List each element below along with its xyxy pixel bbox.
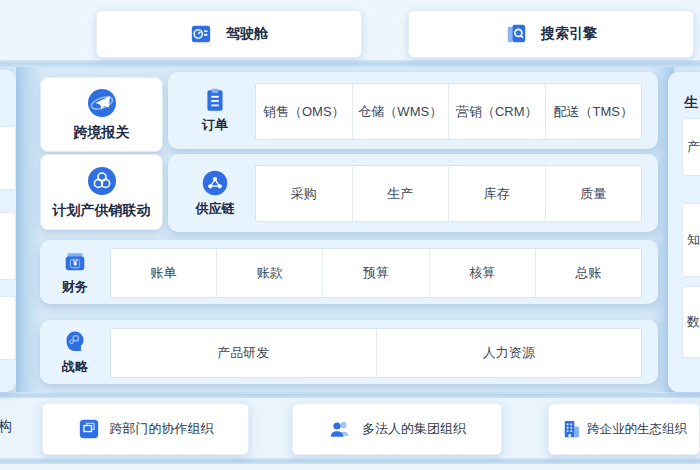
group-org-label: 多法人的集团组织: [362, 420, 466, 438]
module-cell: 仓储（WMS）: [353, 84, 450, 139]
finance-group-label: 财务: [62, 278, 88, 296]
right-cutoff-panel: 生 产 知 数: [668, 72, 700, 392]
customs-card: 跨境报关: [40, 77, 163, 152]
module-cell: 预算: [323, 249, 429, 297]
architecture-diagram: 构 驾驶舱 搜索引擎 跨境报关: [0, 0, 700, 470]
module-cell: 配送（TMS）: [546, 84, 642, 139]
supply-row-panel: 供应链 采购 生产 库存 质量: [168, 154, 658, 232]
left-cutoff-box: [0, 296, 16, 360]
plan-linkage-icon: [86, 165, 118, 197]
module-cell: 采购: [256, 166, 353, 221]
eco-org-label: 跨企业的生态组织: [587, 421, 687, 438]
finance-group: ¥ 财务: [44, 240, 106, 304]
plan-linkage-label: 计划产供销联动: [53, 202, 151, 220]
right-cutoff-box: 知: [682, 203, 700, 277]
module-cell: 营销（CRM）: [449, 84, 546, 139]
search-engine-card: 搜索引擎: [408, 10, 694, 58]
left-cutoff-box: [0, 212, 16, 280]
right-cutoff-title: 生: [684, 94, 698, 112]
order-row-panel: 订单 销售（OMS） 仓储（WMS） 营销（CRM） 配送（TMS）: [168, 72, 658, 149]
order-group-label: 订单: [202, 116, 228, 134]
module-cell: 人力资源: [377, 329, 642, 377]
supply-network-icon: [201, 169, 229, 197]
right-cutoff-box: 产: [682, 118, 700, 176]
module-cell: 账单: [111, 249, 217, 297]
divider-band-top: [0, 60, 700, 67]
module-cell: 生产: [353, 166, 450, 221]
strategy-row-panel: 战略 产品研发 人力资源: [40, 320, 658, 384]
dept-collab-label: 跨部门的协作组织: [110, 420, 214, 438]
finance-row-panel: ¥ 财务 账单 账款 预算 核算 总账: [40, 240, 658, 304]
group-people-icon: [328, 418, 352, 440]
supply-group-label: 供应链: [196, 200, 235, 218]
module-cell: 核算: [430, 249, 536, 297]
search-engine-icon: [505, 23, 527, 45]
dashboard-card: 驾驶舱: [96, 10, 362, 58]
module-cell: 质量: [546, 166, 642, 221]
eco-building-icon: [561, 419, 581, 439]
divider-band-bottom: [0, 458, 700, 464]
customs-globe-plane-icon: [86, 87, 118, 119]
background-footer: [0, 464, 700, 470]
dashboard-icon: [190, 23, 212, 45]
strategy-head-icon: [62, 329, 88, 355]
module-cell: 产品研发: [111, 329, 377, 377]
finance-purse-icon: ¥: [62, 249, 88, 275]
order-clipboard-icon: [202, 87, 228, 113]
divider-band-middle: [0, 392, 700, 398]
module-cell: 总账: [536, 249, 641, 297]
strategy-cells: 产品研发 人力资源: [110, 328, 642, 378]
strategy-group: 战略: [44, 320, 106, 384]
group-org-card: 多法人的集团组织: [292, 403, 502, 455]
plan-linkage-card: 计划产供销联动: [40, 154, 163, 230]
customs-label: 跨境报关: [74, 124, 130, 142]
dept-collab-card: 跨部门的协作组织: [42, 403, 249, 455]
order-cells: 销售（OMS） 仓储（WMS） 营销（CRM） 配送（TMS）: [255, 83, 642, 140]
search-engine-label: 搜索引擎: [541, 25, 597, 43]
module-cell: 库存: [449, 166, 546, 221]
order-group: 订单: [184, 72, 246, 149]
finance-cells: 账单 账款 预算 核算 总账: [110, 248, 642, 298]
left-cutoff-text: 构: [0, 418, 12, 436]
right-cutoff-box: 数: [682, 286, 700, 358]
left-gradient-band: [16, 67, 42, 392]
supply-group: 供应链: [184, 154, 246, 232]
strategy-group-label: 战略: [62, 358, 88, 376]
left-cutoff-box: [0, 126, 16, 190]
module-cell: 账款: [217, 249, 323, 297]
module-cell: 销售（OMS）: [256, 84, 353, 139]
dashboard-label: 驾驶舱: [226, 25, 268, 43]
supply-cells: 采购 生产 库存 质量: [255, 165, 642, 222]
svg-text:¥: ¥: [73, 258, 78, 268]
dept-windows-icon: [78, 418, 100, 440]
eco-org-card: 跨企业的生态组织: [548, 403, 700, 455]
